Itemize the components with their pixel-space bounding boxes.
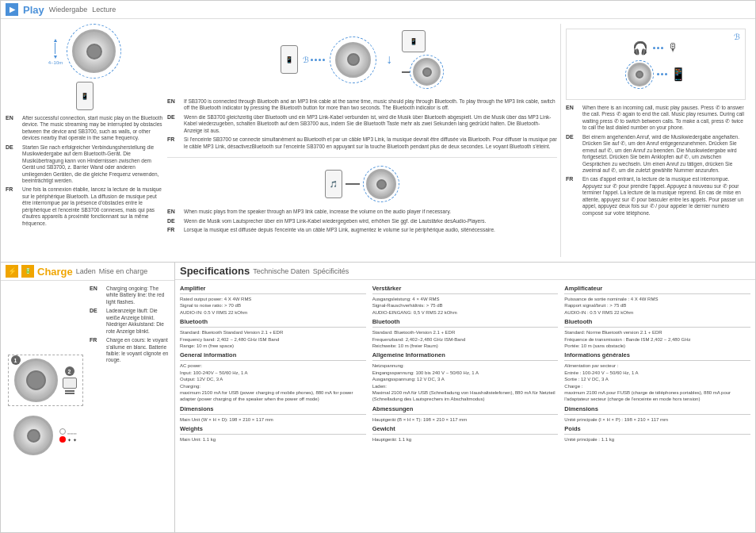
gen-line-5-de: Maximal 2100 mA für USB (Schnelladung vo… xyxy=(372,389,559,403)
dim-title-en: Dimensions xyxy=(180,405,366,415)
play-right-fr: FR En cas d'appel entrant, la lecture de… xyxy=(566,176,746,217)
bt-title-fr: Bluetooth xyxy=(564,318,750,328)
gen-line-5-fr: maximum 2100 mA pour FUSB (charge de tél… xyxy=(564,389,750,403)
play-mid-en: EN If SB3700 is connected through Blueto… xyxy=(167,98,557,112)
bottom-section: ⚡ 🔋 Charge Laden Mise en charge 1 xyxy=(1,263,755,532)
play-subtitle2: Lecture xyxy=(92,6,116,13)
gen-line-4-fr: Charge : xyxy=(564,383,750,389)
charge-bottom-diag: ⎯⎯⎯ ✦ ✦ xyxy=(10,412,80,458)
bt-indicator: ℬ xyxy=(734,33,740,41)
gen-line-2-fr: Entrée : 100-240 V ~ 50/60 Hz, 1 A xyxy=(564,370,750,376)
speaker-diagram-left xyxy=(67,24,121,79)
play-diagram-left: ▲ ▼ 4~10m xyxy=(6,24,164,110)
bt-line-3-de: Reichweite: 10 m (freier Raum) xyxy=(372,343,559,349)
dot xyxy=(657,73,659,75)
specs-header: Specifications Technische Daten Spécific… xyxy=(175,263,755,280)
dim-line-en: Main Unit (W × H × D): 198 × 210 × 117 m… xyxy=(180,416,366,423)
charge-section: ⚡ 🔋 Charge Laden Mise en charge 1 xyxy=(1,263,175,532)
play-bot-en: EN When music plays from the speaker thr… xyxy=(167,209,557,215)
bt-line-1-fr: Standard: Norme Bluetooth version 2.1 + … xyxy=(564,329,750,336)
battery-icon: 🔋 xyxy=(21,265,34,278)
play-mid-fr: FR Si l'enceinte SB3700 se connecte simu… xyxy=(167,136,557,150)
bt-line-1-en: Standard: Bluetooth Standard Version 2.1… xyxy=(180,329,366,336)
de3-label: DE xyxy=(167,218,181,224)
charge-header: ⚡ 🔋 Charge Laden Mise en charge xyxy=(1,263,174,281)
en-text: After successful connection, start music… xyxy=(22,115,164,142)
headphone-icon: 🎧 xyxy=(632,40,648,56)
specs-content: Amplifier Rated output power: 4 X 4W RMS… xyxy=(175,280,755,532)
play-bot-fr: FR Lorsque la musique est diffusée depui… xyxy=(167,227,557,233)
cable-mid xyxy=(402,71,410,73)
gen-title-fr: Informations générales xyxy=(564,351,750,361)
play-left-de: DE Starten Sie nach erfolgreicher Verbin… xyxy=(6,144,164,185)
phone-device-left: 📱 xyxy=(76,82,94,110)
dot xyxy=(323,59,325,61)
amp-line-2-fr: Rapport signal/bruit : > 75 dB xyxy=(564,302,750,309)
phone-device-mid: 📱 xyxy=(281,45,298,74)
en2-text: If SB3700 is connected through Bluetooth… xyxy=(184,98,557,112)
dot xyxy=(311,59,313,61)
charge-text-col: EN Charging ongoing: The white Battery l… xyxy=(90,286,170,527)
speaker-call-circle xyxy=(628,63,651,86)
dot xyxy=(319,59,321,61)
charge-diag-box: 1 2 xyxy=(8,355,83,406)
dot xyxy=(315,59,317,61)
gen-line-3-en: Output: 12V DC, 3 A xyxy=(180,376,366,382)
speaker-inner-small xyxy=(422,67,432,77)
bt-line-3-fr: Portée: 10 m (sans obstacle) xyxy=(564,343,750,349)
phone-call-diagram: ℬ 🎧 🎙 xyxy=(566,29,746,100)
charge-subtitle1: Laden xyxy=(76,267,96,275)
page-container: ▶ Play Wiedergabe Lecture ▲ xyxy=(0,0,756,533)
call-dots xyxy=(653,47,663,49)
play-right-en: EN When there is an incoming call, music… xyxy=(566,105,746,132)
play-left-en: EN After successful connection, start mu… xyxy=(6,115,164,142)
charge-en-text: Charging ongoing: The white Battery line… xyxy=(106,286,170,305)
bt-line-2-de: Frequenzband: 2,402~2,480 GHz ISM-Band xyxy=(372,336,559,343)
de3-text: Wenn die Musik vom Lautsprecher über ein… xyxy=(184,218,486,224)
speaker-call xyxy=(625,60,654,89)
bt-line-1-de: Standard: Bluetooth-Version 2.1 + EDR xyxy=(372,329,559,336)
fr4-label: FR xyxy=(566,176,580,217)
audio-player: 🎵 xyxy=(325,170,342,198)
weight-title-fr: Poids xyxy=(564,425,750,435)
charge-speaker-bottom xyxy=(13,416,53,455)
bt-title-en: Bluetooth xyxy=(180,318,366,328)
charge-speaker-main xyxy=(14,359,58,402)
speaker-mp3-circle xyxy=(366,169,396,199)
gen-line-3-fr: Sortie : 12 V DC, 3 A xyxy=(564,376,750,382)
en-label: EN xyxy=(6,115,20,142)
amp-title-de: Verstärker xyxy=(372,285,559,294)
gen-title-en: General information xyxy=(180,351,366,361)
charge-fr-label: FR xyxy=(90,337,104,364)
indicator-white xyxy=(59,428,66,435)
play-right-col: ℬ 🎧 🎙 xyxy=(560,24,750,257)
de2-label: DE xyxy=(167,114,181,134)
play-mid-col: 📱 ℬ xyxy=(167,24,557,257)
specs-title: Specifications xyxy=(180,265,250,277)
indicator-blink: ✦ ✦ xyxy=(67,437,77,443)
en4-label: EN xyxy=(566,105,580,132)
dim-line-de: Hauptgerät (B × H × T): 198 × 210 × 117 … xyxy=(372,416,559,423)
dot xyxy=(657,47,659,49)
mid-divider xyxy=(167,157,557,158)
play-left-col: ▲ ▼ 4~10m xyxy=(6,24,164,257)
en2-label: EN xyxy=(167,98,181,112)
specs-col2: Verstärker Ausgangsleistung: 4 × 4W RMS … xyxy=(371,283,560,529)
fr-text: Une fois la connexion établie, lancez la… xyxy=(22,186,164,227)
fr2-text: Si l'enceinte SB3700 se connecte simulta… xyxy=(184,136,557,150)
tablet-device: 📱 xyxy=(402,30,426,52)
bt-line-2-fr: Fréquence de transmission : Bande ISM 2,… xyxy=(564,336,750,343)
indicator-red xyxy=(59,436,66,443)
play-mid-top-text: EN If SB3700 is connected through Blueto… xyxy=(167,98,557,152)
amp-title-en: Amplifier xyxy=(180,285,366,294)
charge-de: DE Ladeanzeige läuft: Die weiße Anzeige … xyxy=(90,308,170,335)
charge-fr-text: Charge en cours: le voyant s'allume en b… xyxy=(106,337,170,364)
weight-title-en: Weights xyxy=(180,425,366,435)
speaker-circle-mid xyxy=(335,42,371,78)
specs-subtitle1: Technische Daten xyxy=(253,267,310,275)
charge-subtitle2: Mise en charge xyxy=(99,267,148,275)
weight-title-de: Gewicht xyxy=(372,425,559,435)
gen-line-2-de: Eingangsspannung: 100 bis 240 V ~ 50/60 … xyxy=(372,370,559,376)
down-arrow: ↓ xyxy=(386,52,392,67)
play-bot-de: DE Wenn die Musik vom Lautsprecher über … xyxy=(167,218,557,224)
